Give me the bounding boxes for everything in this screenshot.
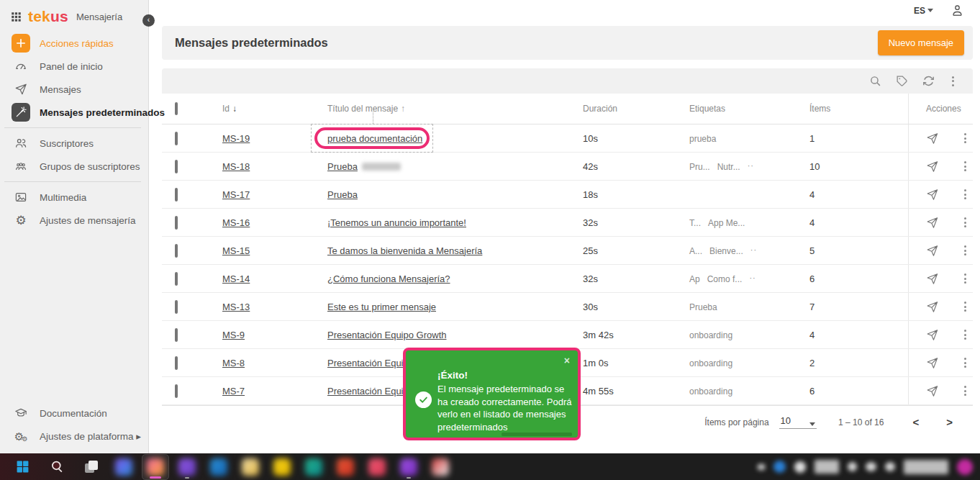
taskbar-app-icon-10[interactable] [396, 455, 422, 479]
message-id-link[interactable]: MS-9 [222, 330, 245, 340]
row-checkbox[interactable] [175, 216, 178, 230]
row-checkbox[interactable] [175, 160, 178, 173]
sidebar-item-panel-de-inicio[interactable]: Panel de inicio [0, 55, 148, 78]
tray-item-9-blurred[interactable] [957, 459, 973, 475]
send-message-icon[interactable] [926, 273, 938, 285]
message-title-link[interactable]: Este es tu primer mensaje [327, 302, 436, 312]
tray-item-1-blurred[interactable] [758, 464, 765, 470]
sidebar-item-acciones-rapidas[interactable]: Acciones rápidas [0, 32, 148, 55]
taskbar-app-icon-7[interactable] [301, 455, 327, 479]
send-message-icon[interactable] [926, 301, 938, 313]
send-message-icon[interactable] [926, 132, 938, 145]
message-id-link[interactable]: MS-19 [222, 133, 250, 144]
message-id-link[interactable]: MS-17 [222, 189, 250, 200]
message-id-link[interactable]: MS-14 [222, 273, 250, 284]
send-message-icon[interactable] [926, 245, 938, 257]
column-header-id[interactable]: Id↓ [209, 104, 314, 114]
apps-grid-icon[interactable] [10, 7, 22, 26]
message-title-link[interactable]: Prueba [327, 189, 358, 200]
previous-page-button[interactable]: < [912, 416, 919, 428]
message-title-link[interactable]: Te damos la bienvenida a Mensajería [327, 245, 482, 256]
row-menu-icon[interactable] [961, 356, 969, 369]
more-tags-indicator[interactable]: ·· [749, 273, 756, 282]
sidebar-collapse-button[interactable]: ‹ [142, 14, 155, 27]
row-menu-icon[interactable] [961, 272, 969, 285]
close-icon[interactable]: × [564, 356, 570, 366]
tray-item-3-blurred[interactable] [794, 461, 806, 473]
message-title-link[interactable]: ¡Tenemos un anuncio importante! [327, 217, 466, 228]
taskbar-search-icon[interactable] [45, 456, 69, 478]
column-header-items[interactable]: Ítems [797, 104, 908, 114]
message-id-link[interactable]: MS-7 [222, 386, 245, 397]
row-checkbox[interactable] [175, 272, 178, 286]
message-title-link[interactable]: Presentación Equipo Growth [327, 330, 446, 340]
row-checkbox[interactable] [175, 244, 178, 258]
send-message-icon[interactable] [926, 217, 938, 229]
send-message-icon[interactable] [926, 357, 938, 369]
row-menu-icon[interactable] [961, 216, 969, 229]
send-message-icon[interactable] [926, 329, 938, 341]
row-menu-icon[interactable] [961, 244, 969, 257]
start-button[interactable] [10, 456, 35, 478]
taskbar-app-icon-6[interactable] [269, 455, 295, 479]
send-message-icon[interactable] [926, 189, 938, 201]
sidebar-item-multimedia[interactable]: Multimedia [0, 186, 148, 209]
message-title-link[interactable]: prueba documentación [327, 133, 422, 144]
row-checkbox[interactable] [175, 356, 178, 370]
tray-item-6-blurred[interactable] [866, 462, 876, 471]
message-id-link[interactable]: MS-16 [222, 217, 250, 228]
search-icon[interactable] [869, 75, 881, 87]
sidebar-item-documentacion[interactable]: Documentación [0, 402, 148, 425]
message-id-link[interactable]: MS-8 [222, 358, 245, 368]
more-tags-indicator[interactable]: ·· [750, 245, 757, 254]
row-checkbox[interactable] [175, 300, 178, 314]
message-title-link[interactable]: ¿Cómo funciona Mensajería? [327, 273, 450, 284]
row-checkbox[interactable] [175, 188, 178, 201]
taskbar-app-icon-11[interactable] [427, 455, 453, 479]
next-page-button[interactable]: > [946, 416, 953, 428]
row-menu-icon[interactable] [961, 300, 969, 313]
table-menu-icon[interactable] [949, 75, 957, 88]
new-message-button[interactable]: Nuevo mensaje [878, 30, 964, 55]
tag-filter-icon[interactable] [896, 75, 908, 87]
sidebar-item-grupos-de-suscriptores[interactable]: Grupos de suscriptores [0, 155, 148, 178]
refresh-icon[interactable] [922, 75, 935, 87]
row-checkbox[interactable] [175, 132, 178, 145]
column-header-duration[interactable]: Duración [570, 104, 676, 114]
items-per-page-select[interactable]: 10 [779, 415, 817, 429]
sidebar-item-ajustes-de-mensajeria[interactable]: ⚙Ajustes de mensajería [0, 209, 148, 232]
message-title-link[interactable]: Presentación Equipo [327, 386, 414, 397]
taskbar-app-icon-4[interactable] [206, 455, 232, 479]
taskbar-app-icon-9[interactable] [364, 455, 390, 479]
row-menu-icon[interactable] [961, 384, 969, 397]
language-selector[interactable]: ES [914, 6, 933, 16]
tray-item-5-blurred[interactable] [848, 462, 857, 471]
taskbar-app-icon-3[interactable] [174, 455, 200, 479]
message-title-link[interactable]: Prueba [327, 161, 358, 172]
row-menu-icon[interactable] [961, 328, 969, 341]
message-id-link[interactable]: MS-13 [222, 302, 250, 312]
send-message-icon[interactable] [926, 160, 938, 173]
sidebar-item-mensajes-predeterminados[interactable]: Mensajes predeterminados [0, 101, 148, 124]
select-all-checkbox[interactable] [175, 102, 178, 115]
message-id-link[interactable]: MS-15 [222, 245, 250, 256]
taskbar-app-icon-8[interactable] [332, 455, 358, 479]
message-title-link[interactable]: Presentación Equipo [327, 358, 414, 368]
row-menu-icon[interactable] [961, 160, 969, 173]
taskbar-app-icon-5[interactable] [237, 455, 263, 479]
row-menu-icon[interactable] [961, 132, 969, 145]
column-header-title[interactable]: Título del mensaje↑ [314, 104, 570, 114]
row-menu-icon[interactable] [961, 188, 969, 201]
row-checkbox[interactable] [175, 384, 178, 398]
task-view-icon[interactable] [79, 456, 104, 478]
row-checkbox[interactable] [175, 328, 178, 342]
more-tags-indicator[interactable]: ·· [748, 161, 754, 170]
column-header-tags[interactable]: Etiquetas [676, 104, 797, 114]
tray-item-4-blurred[interactable] [815, 460, 839, 474]
tray-item-2-blurred[interactable] [773, 461, 786, 473]
user-account-icon[interactable] [950, 4, 964, 17]
sidebar-item-ajustes-de-plataforma[interactable]: ⚙⚙Ajustes de plataforma ▸ [0, 425, 148, 448]
sidebar-item-suscriptores[interactable]: Suscriptores [0, 132, 148, 155]
send-message-icon[interactable] [926, 385, 938, 397]
tray-item-7-blurred[interactable] [885, 462, 895, 471]
